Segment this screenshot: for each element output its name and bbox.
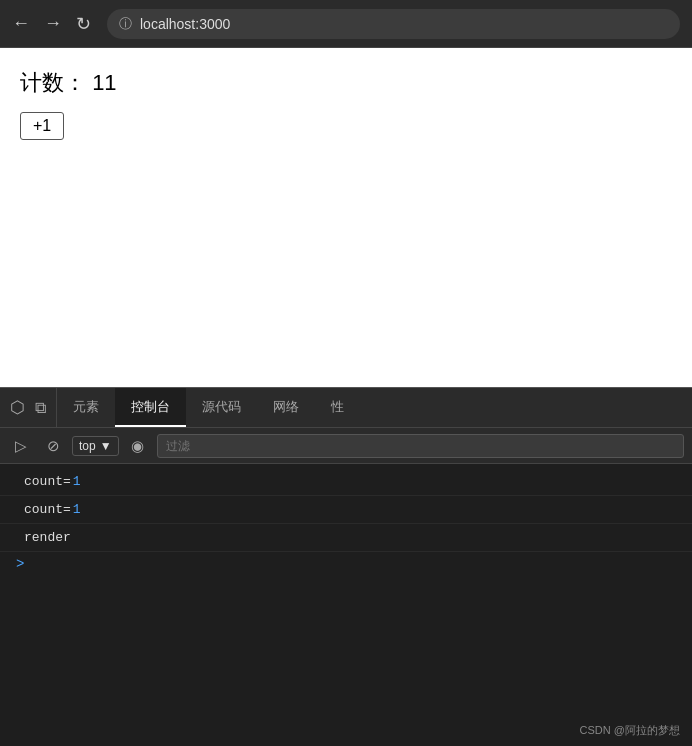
console-line: count= 1 (0, 468, 692, 496)
increment-button[interactable]: +1 (20, 112, 64, 140)
console-key-1: count= (24, 474, 71, 489)
devtools-toolbar-icons: ⬡ ⧉ (0, 388, 57, 427)
context-dropdown-icon: ▼ (100, 439, 112, 453)
url-text: localhost:3000 (140, 16, 230, 32)
back-button[interactable]: ← (12, 13, 30, 34)
nav-icons: ← → ↻ (12, 13, 91, 35)
tab-sources[interactable]: 源代码 (186, 388, 257, 427)
forward-button[interactable]: → (44, 13, 62, 34)
console-line: count= 1 (0, 496, 692, 524)
info-icon: ⓘ (119, 15, 132, 33)
address-bar[interactable]: ⓘ localhost:3000 (107, 9, 680, 39)
prompt-symbol: > (16, 556, 24, 572)
select-element-icon[interactable]: ⬡ (10, 397, 25, 418)
watermark: CSDN @阿拉的梦想 (580, 723, 680, 738)
tab-console[interactable]: 控制台 (115, 388, 186, 427)
devtools-tabs: ⬡ ⧉ 元素 控制台 源代码 网络 性 (0, 388, 692, 428)
console-value-1: 1 (73, 474, 81, 489)
console-prompt: > (0, 552, 692, 576)
filter-input[interactable] (157, 434, 684, 458)
console-key-2: count= (24, 502, 71, 517)
devtools-toolbar2: ▷ ⊘ top ▼ ◉ (0, 428, 692, 464)
console-output: count= 1 count= 1 render > (0, 464, 692, 580)
page-content: 计数： 11 +1 (0, 48, 692, 388)
counter-value: 11 (92, 70, 116, 95)
console-value-3: render (24, 530, 71, 545)
eye-icon[interactable]: ◉ (125, 433, 151, 459)
clear-console-icon[interactable]: ⊘ (40, 433, 66, 459)
counter-label: 计数： 11 (20, 68, 672, 98)
execute-icon[interactable]: ▷ (8, 433, 34, 459)
context-label: top (79, 439, 96, 453)
tab-performance[interactable]: 性 (315, 388, 360, 427)
device-toggle-icon[interactable]: ⧉ (35, 399, 46, 417)
counter-label-text: 计数： (20, 70, 86, 95)
console-line: render (0, 524, 692, 552)
tab-elements[interactable]: 元素 (57, 388, 115, 427)
console-value-2: 1 (73, 502, 81, 517)
reload-button[interactable]: ↻ (76, 13, 91, 35)
context-selector[interactable]: top ▼ (72, 436, 119, 456)
tab-network[interactable]: 网络 (257, 388, 315, 427)
browser-chrome: ← → ↻ ⓘ localhost:3000 (0, 0, 692, 48)
devtools-panel: ⬡ ⧉ 元素 控制台 源代码 网络 性 ▷ ⊘ top ▼ ◉ count= (0, 388, 692, 746)
